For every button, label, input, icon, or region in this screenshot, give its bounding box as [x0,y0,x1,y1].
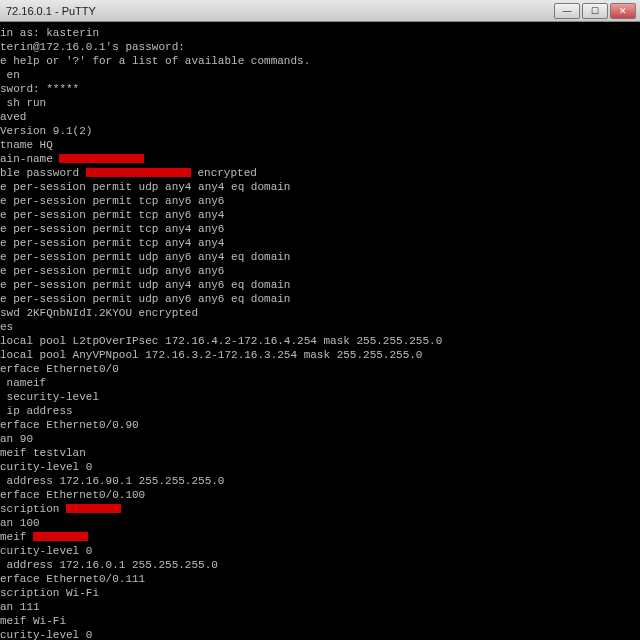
terminal-line: ain-name [0,152,640,166]
maximize-button[interactable]: ☐ [582,3,608,19]
terminal-line: tname HQ [0,138,640,152]
window-title: 72.16.0.1 - PuTTY [4,5,552,17]
minimize-button[interactable]: — [554,3,580,19]
terminal-line: e per-session permit tcp any4 any6 [0,222,640,236]
terminal-line: address 172.16.0.1 255.255.255.0 [0,558,640,572]
terminal-line: nameif [0,376,640,390]
terminal-line: swd 2KFQnbNIdI.2KYOU encrypted [0,306,640,320]
terminal-line: e per-session permit udp any4 any6 eq do… [0,278,640,292]
terminal-line: curity-level 0 [0,460,640,474]
terminal-line: meif [0,530,640,544]
terminal-line: in as: kasterin [0,26,640,40]
redaction-block [33,532,88,541]
terminal-line: en [0,68,640,82]
terminal-line: an 100 [0,516,640,530]
terminal-line: erface Ethernet0/0.100 [0,488,640,502]
terminal-line: sword: ***** [0,82,640,96]
redaction-block [59,154,144,163]
terminal-line: e per-session permit udp any6 any6 [0,264,640,278]
terminal-line: e per-session permit tcp any4 any4 [0,236,640,250]
terminal-line: e help or '?' for a list of available co… [0,54,640,68]
terminal-line: aved [0,110,640,124]
terminal-line: address 172.16.90.1 255.255.255.0 [0,474,640,488]
terminal-line: scription Wi-Fi [0,586,640,600]
terminal-line: e per-session permit tcp any6 any4 [0,208,640,222]
terminal-line: an 111 [0,600,640,614]
terminal-line: sh run [0,96,640,110]
terminal-line: an 90 [0,432,640,446]
terminal-line: ble password encrypted [0,166,640,180]
terminal-line: curity-level 0 [0,628,640,640]
redaction-block [66,504,121,513]
terminal-line: erface Ethernet0/0.90 [0,418,640,432]
terminal-line: security-level [0,390,640,404]
terminal-line: e per-session permit tcp any6 any6 [0,194,640,208]
terminal-line: meif Wi-Fi [0,614,640,628]
close-button[interactable]: ✕ [610,3,636,19]
terminal-line: Version 9.1(2) [0,124,640,138]
terminal-line: meif testvlan [0,446,640,460]
window-controls: — ☐ ✕ [552,3,636,19]
terminal-line: curity-level 0 [0,544,640,558]
terminal-line: local pool L2tpOverIPsec 172.16.4.2-172.… [0,334,640,348]
terminal-line: e per-session permit udp any6 any4 eq do… [0,250,640,264]
terminal-line: terin@172.16.0.1's password: [0,40,640,54]
titlebar[interactable]: 72.16.0.1 - PuTTY — ☐ ✕ [0,0,640,22]
putty-window: 72.16.0.1 - PuTTY — ☐ ✕ in as: kasterint… [0,0,640,640]
terminal-line: local pool AnyVPNpool 172.16.3.2-172.16.… [0,348,640,362]
terminal-line: scription [0,502,640,516]
terminal-line: ip address [0,404,640,418]
terminal-line: es [0,320,640,334]
terminal-line: erface Ethernet0/0.111 [0,572,640,586]
terminal-view[interactable]: in as: kasterinterin@172.16.0.1's passwo… [0,22,640,640]
terminal-line: e per-session permit udp any6 any6 eq do… [0,292,640,306]
redaction-block [86,168,191,177]
terminal-line: e per-session permit udp any4 any4 eq do… [0,180,640,194]
terminal-line: erface Ethernet0/0 [0,362,640,376]
